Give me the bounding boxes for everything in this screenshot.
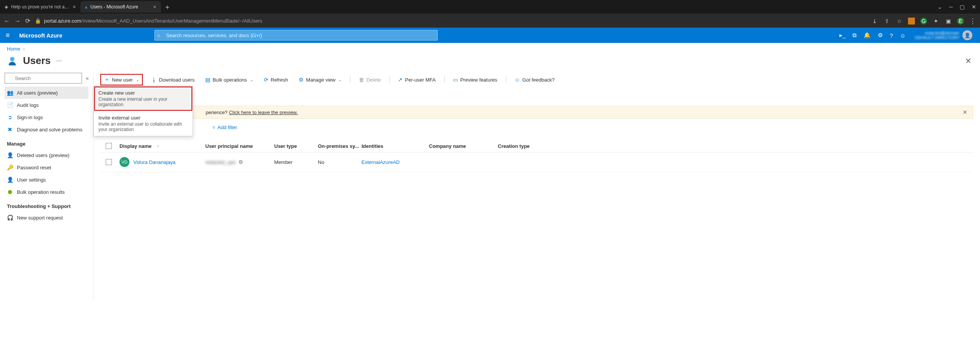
new-user-button[interactable]: ＋ New user ⌄ [100, 74, 143, 85]
close-icon[interactable]: ✕ [963, 109, 967, 115]
signin-icon: ➲ [7, 114, 13, 120]
reload-button[interactable]: ⟳ [25, 17, 30, 25]
minimize-icon[interactable]: ─ [949, 4, 953, 10]
kebab-icon[interactable]: ⋮ [969, 17, 976, 25]
per-user-mfa-button[interactable]: ↗ Per-user MFA [396, 75, 438, 84]
cloud-shell-icon[interactable]: ▸_ [839, 32, 846, 39]
column-company[interactable]: Company name [429, 143, 498, 149]
row-checkbox[interactable] [106, 159, 112, 165]
preview-icon: ▭ [453, 77, 458, 83]
column-display-name[interactable]: Display name ↑ [119, 143, 205, 149]
sidebar-item-password-reset[interactable]: 🔑 Password reset [5, 161, 88, 174]
sidebar-item-label: Diagnose and solve problems [17, 127, 82, 133]
sidebar-item-user-settings[interactable]: 👤 User settings [5, 174, 88, 186]
sidebar-item-label: Password reset [17, 165, 51, 170]
extension-icon[interactable] [908, 18, 915, 25]
close-icon[interactable]: × [153, 4, 156, 10]
sidebar-search-input[interactable] [5, 73, 82, 84]
maximize-icon[interactable]: ▢ [960, 4, 965, 10]
column-identities[interactable]: Identities [362, 143, 429, 149]
download-users-button[interactable]: ⭳ Download users [149, 75, 197, 84]
sidebar-item-deleted-users[interactable]: 👤 Deleted users (preview) [5, 149, 88, 161]
help-icon[interactable]: ? [890, 32, 893, 39]
url-path: /#view/Microsoft_AAD_UsersAndTenants/Use… [81, 18, 262, 24]
window-close-icon[interactable]: ✕ [972, 4, 976, 10]
close-icon[interactable]: ✕ [965, 56, 973, 66]
refresh-button[interactable]: ⟳ Refresh [262, 75, 291, 84]
column-upn[interactable]: User principal name [205, 143, 274, 149]
breadcrumb: Home › [0, 43, 980, 55]
plus-icon: ＋ [104, 76, 110, 83]
collapse-icon[interactable]: « [86, 75, 89, 81]
account-menu[interactable]: redacted@domainDEFAULT DIRECTORY 👤 [915, 30, 972, 40]
close-icon[interactable]: × [73, 4, 76, 10]
sidebar-item-new-support[interactable]: 🎧 New support request [5, 211, 88, 224]
chevron-down-icon: ⌄ [136, 78, 139, 82]
share-icon[interactable]: ⇪ [883, 18, 890, 25]
user-identities-link[interactable]: ExternalAzureAD [362, 159, 400, 165]
sidebar-item-diagnose[interactable]: ✖ Diagnose and solve problems [5, 123, 88, 136]
add-filter-button[interactable]: ▿ Add filter [209, 123, 241, 132]
sidebar-section-manage: Manage [5, 136, 88, 149]
column-creation[interactable]: Creation type [498, 143, 567, 149]
address-bar[interactable]: 🔒 portal.azure.com/#view/Microsoft_AAD_U… [35, 18, 867, 24]
trash-icon: 🗑 [359, 77, 364, 83]
puzzle-icon[interactable]: ✦ [933, 18, 939, 25]
dropdown-item-create-new-user[interactable]: Create new user Create a new internal us… [94, 86, 193, 111]
new-user-dropdown: Create new user Create a new internal us… [93, 86, 193, 136]
dropdown-item-invite-external-user[interactable]: Invite external user Invite an external … [94, 111, 193, 136]
banner-leave-preview-link[interactable]: Click here to leave the preview. [229, 110, 298, 115]
user-display-name-link[interactable]: Vidura Dananajaya [133, 159, 175, 165]
button-label: New user [112, 77, 133, 83]
feedback-button[interactable]: ☺ Got feedback? [512, 75, 557, 84]
profile-avatar[interactable]: E [957, 18, 964, 25]
forward-button[interactable]: → [15, 18, 21, 25]
tab-favicon: ◈ [5, 4, 8, 10]
sidebar-item-signin-logs[interactable]: ➲ Sign-in logs [5, 111, 88, 123]
button-label: Got feedback? [522, 77, 555, 83]
manage-view-button[interactable]: ⚙ Manage view ⌄ [296, 75, 344, 84]
sidebar-item-label: New support request [17, 215, 63, 221]
sidebar-item-label: Bulk operation results [17, 189, 65, 195]
browser-tab[interactable]: ◈ Help us prove you're not a robot × [0, 1, 80, 13]
more-icon[interactable]: ··· [56, 57, 62, 65]
feedback-icon[interactable]: ☺ [900, 32, 906, 39]
star-icon[interactable]: ☆ [896, 18, 903, 25]
column-user-type[interactable]: User type [274, 143, 318, 149]
filter-icon: ▿ [213, 124, 215, 130]
gear-icon[interactable]: ⚙ [878, 32, 883, 39]
extension-icon[interactable]: G [920, 18, 927, 25]
separator [350, 76, 350, 83]
delete-button[interactable]: 🗑 Delete [357, 75, 383, 84]
user-on-prem: No [318, 159, 362, 165]
url-host: portal.azure.com [44, 18, 81, 24]
button-label: Add filter [218, 124, 237, 130]
preview-features-button[interactable]: ▭ Preview features [451, 75, 500, 84]
lock-icon: 🔒 [35, 18, 41, 24]
copy-icon[interactable]: ⧉ [239, 159, 242, 165]
sidebar-item-bulk-results[interactable]: ⬢ Bulk operation results [5, 186, 88, 198]
bulk-operations-button[interactable]: ▤ Bulk operations ⌄ [203, 75, 255, 84]
sidebar-item-label: User settings [17, 177, 46, 183]
new-tab-button[interactable]: ＋ [164, 2, 171, 11]
chevron-down-icon[interactable]: ⌄ [937, 4, 942, 10]
chevron-right-icon: › [23, 46, 25, 52]
sidebar-item-all-users[interactable]: 👥 All users (preview) [5, 87, 88, 99]
search-input[interactable] [154, 30, 438, 41]
select-all-checkbox[interactable] [106, 143, 112, 149]
sidebar-item-audit-logs[interactable]: 📄 Audit logs [5, 99, 88, 111]
users-icon [7, 56, 18, 66]
install-icon[interactable]: ⤓ [871, 18, 878, 25]
table-row[interactable]: VD Vidura Dananajaya redacted_upn ⧉ Memb… [100, 152, 973, 172]
breadcrumb-home[interactable]: Home [7, 46, 20, 52]
browser-tab[interactable]: ▴ Users - Microsoft Azure × [80, 1, 161, 13]
back-button[interactable]: ← [4, 18, 10, 25]
hamburger-icon[interactable]: ≡ [3, 31, 12, 39]
notifications-icon[interactable]: 🔔 [864, 32, 871, 39]
button-label: Preview features [460, 77, 497, 83]
directories-icon[interactable]: ⧉ [852, 32, 857, 39]
dropdown-item-title: Invite external user [98, 115, 188, 121]
extension-icon[interactable]: ▣ [945, 18, 952, 25]
brand-link[interactable]: Microsoft Azure [19, 32, 62, 39]
column-on-prem[interactable]: On-premises sy... [318, 143, 362, 149]
